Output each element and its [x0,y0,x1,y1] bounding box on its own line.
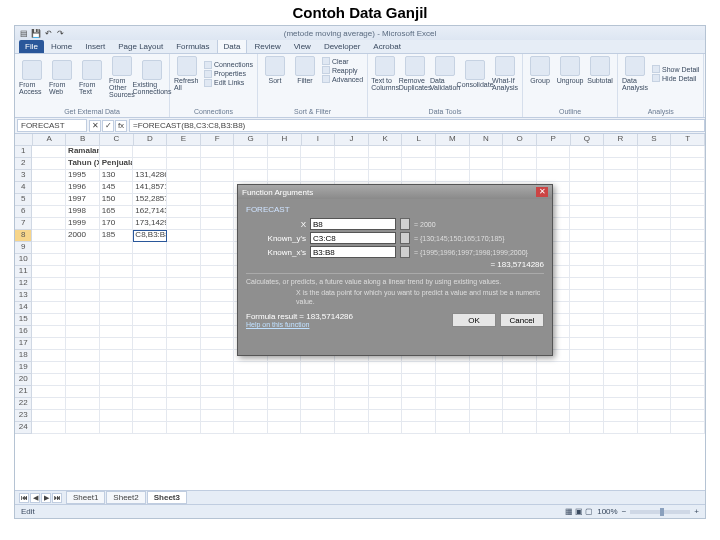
row-head[interactable]: 6 [15,206,32,218]
cell[interactable] [604,206,638,218]
cell[interactable] [402,374,436,386]
cell[interactable] [369,386,403,398]
arg-input-x[interactable] [310,218,396,230]
cell[interactable] [201,386,235,398]
cell[interactable] [570,170,604,182]
cell[interactable] [604,278,638,290]
cell[interactable] [604,194,638,206]
cell[interactable] [671,290,705,302]
cell[interactable] [66,350,100,362]
cell[interactable] [604,230,638,242]
cell[interactable] [32,410,66,422]
cell[interactable] [537,374,571,386]
cell[interactable] [671,386,705,398]
cell[interactable] [167,158,201,170]
cell[interactable] [604,170,638,182]
cell[interactable] [402,362,436,374]
cell[interactable] [66,278,100,290]
cell[interactable] [133,302,167,314]
cell[interactable] [100,290,134,302]
cell[interactable] [470,170,504,182]
cell[interactable] [638,350,672,362]
cell[interactable] [570,278,604,290]
cell[interactable] [234,146,268,158]
cell[interactable] [503,362,537,374]
cell[interactable] [32,278,66,290]
subtotal-button[interactable]: Subtotal [587,56,613,84]
col-head-B[interactable]: B [66,134,100,145]
cell[interactable] [537,386,571,398]
cell[interactable] [638,362,672,374]
cell[interactable] [301,398,335,410]
cell[interactable] [537,158,571,170]
cell[interactable] [66,254,100,266]
save-icon[interactable]: 💾 [31,28,41,38]
cell[interactable] [201,422,235,434]
cell[interactable] [638,314,672,326]
fx-icon[interactable]: fx [115,120,127,132]
cell[interactable] [268,146,302,158]
cell[interactable] [100,242,134,254]
cell[interactable] [470,398,504,410]
zoom-minus-icon[interactable]: − [622,507,627,516]
view-icons[interactable]: ▦ ▣ ▢ [565,507,593,516]
cell[interactable] [66,398,100,410]
cell[interactable] [133,266,167,278]
cell[interactable] [604,410,638,422]
cell[interactable]: 1995 [66,170,100,182]
row-head[interactable]: 21 [15,386,32,398]
cell[interactable] [470,422,504,434]
cell[interactable] [100,302,134,314]
cell[interactable] [671,374,705,386]
cell[interactable] [638,302,672,314]
cell[interactable] [570,254,604,266]
cell[interactable] [133,314,167,326]
formula-enter-icon[interactable]: ✓ [102,120,114,132]
sort-button[interactable]: Sort [262,56,288,84]
cell[interactable] [537,146,571,158]
cell[interactable] [133,290,167,302]
cell[interactable] [671,278,705,290]
cell[interactable]: 131,4286 [133,170,167,182]
cell[interactable] [201,182,235,194]
cell[interactable] [100,422,134,434]
refresh-all-button[interactable]: Refresh All [174,56,200,91]
cancel-button[interactable]: Cancel [500,313,544,327]
cell[interactable] [671,194,705,206]
cell[interactable] [369,374,403,386]
cell[interactable] [604,326,638,338]
cell[interactable] [369,170,403,182]
cell[interactable] [671,242,705,254]
row-head[interactable]: 13 [15,290,32,302]
cell[interactable] [570,362,604,374]
cell[interactable] [671,302,705,314]
cell[interactable]: 1997 [66,194,100,206]
cell[interactable] [32,338,66,350]
cell[interactable] [32,362,66,374]
cell[interactable]: Tahun (X) [66,158,100,170]
cell[interactable] [133,254,167,266]
undo-icon[interactable]: ↶ [43,28,53,38]
cell[interactable] [201,278,235,290]
redo-icon[interactable]: ↷ [55,28,65,38]
cell[interactable] [335,398,369,410]
cell[interactable]: 152,2857 [133,194,167,206]
cell[interactable]: 145 [100,182,134,194]
cell[interactable] [32,374,66,386]
cell[interactable] [301,170,335,182]
cell[interactable] [570,410,604,422]
cell[interactable] [167,362,201,374]
cell[interactable] [570,374,604,386]
cell[interactable] [402,170,436,182]
row-head[interactable]: 17 [15,338,32,350]
cell[interactable]: 170 [100,218,134,230]
cell[interactable] [671,230,705,242]
cell[interactable] [201,314,235,326]
connections-button[interactable]: Connections [204,61,253,69]
cell[interactable] [133,362,167,374]
cell[interactable] [369,362,403,374]
cell[interactable] [335,422,369,434]
cell[interactable] [201,230,235,242]
cell[interactable] [503,374,537,386]
cell[interactable] [167,266,201,278]
